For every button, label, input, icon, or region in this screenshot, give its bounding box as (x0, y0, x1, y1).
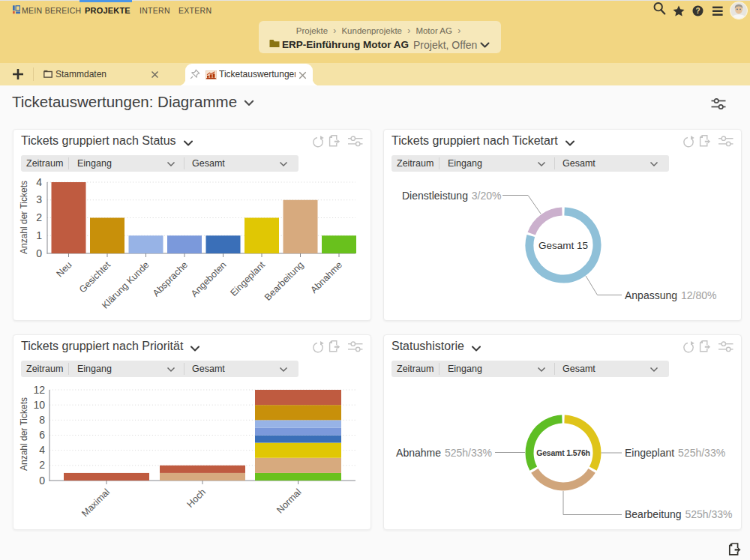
svg-text:Hoch: Hoch (185, 487, 208, 510)
svg-text:4: 4 (36, 176, 42, 188)
svg-text:Angeboten: Angeboten (189, 259, 229, 299)
svg-text:Anzahl der Tickets: Anzahl der Tickets (19, 181, 29, 254)
svg-text:6: 6 (39, 429, 45, 441)
svg-text:Gesichtet: Gesichtet (77, 259, 113, 295)
svg-text:Gesamt 1.576h: Gesamt 1.576h (536, 448, 590, 457)
svg-text:8: 8 (39, 414, 45, 426)
svg-text:0: 0 (36, 247, 42, 259)
svg-text:Maximal: Maximal (80, 487, 112, 519)
svg-text:Eingeplant 525h/33%: Eingeplant 525h/33% (625, 447, 725, 459)
svg-text:10: 10 (33, 399, 45, 411)
svg-text:Neu: Neu (55, 259, 74, 279)
svg-text:Abnahme: Abnahme (308, 259, 344, 295)
svg-text:2: 2 (36, 211, 42, 223)
svg-text:Anzahl der Tickets: Anzahl der Tickets (19, 397, 29, 471)
svg-text:2: 2 (39, 459, 45, 471)
svg-text:12: 12 (33, 384, 45, 396)
svg-text:Anpassung 12/80%: Anpassung 12/80% (625, 289, 716, 301)
svg-text:Gesamt 15: Gesamt 15 (538, 240, 588, 251)
svg-text:4: 4 (39, 444, 45, 456)
svg-text:0: 0 (39, 475, 45, 487)
svg-text:Bearbeitung: Bearbeitung (262, 259, 306, 303)
svg-text:?: ? (695, 7, 700, 15)
svg-text:3: 3 (36, 193, 42, 205)
svg-text:1: 1 (36, 229, 42, 241)
svg-text:Abnahme 525h/33%: Abnahme 525h/33% (396, 447, 492, 459)
svg-text:Eingeplant: Eingeplant (228, 259, 267, 298)
svg-text:Normal: Normal (274, 487, 303, 515)
svg-text:Dienstleistung 3/20%: Dienstleistung 3/20% (402, 190, 502, 202)
svg-text:Absprache: Absprache (151, 259, 190, 298)
svg-text:Bearbeitung 525h/33%: Bearbeitung 525h/33% (625, 508, 732, 520)
